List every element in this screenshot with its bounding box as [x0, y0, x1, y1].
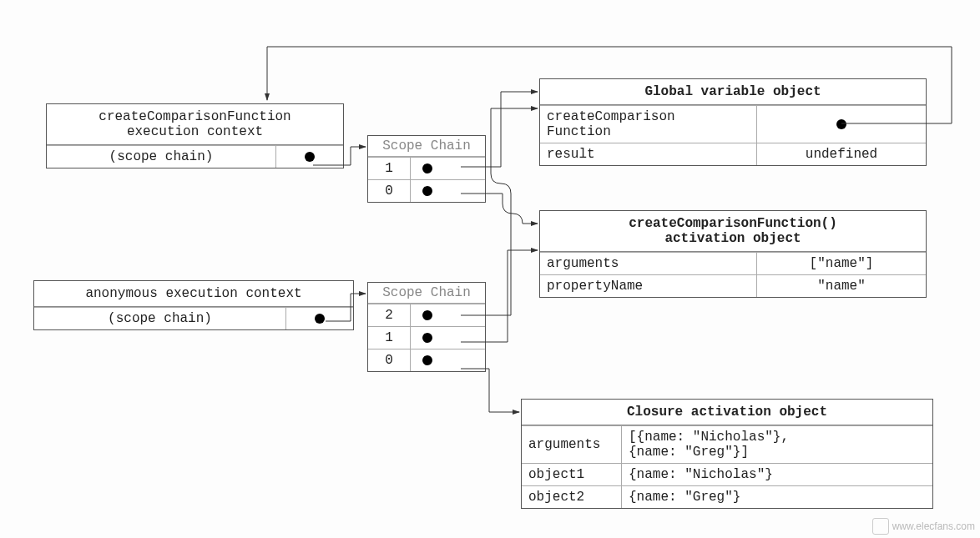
scope-chain-2: Scope Chain 2 1 0	[367, 282, 486, 372]
ao-title-l1: createComparisonFunction()	[543, 216, 922, 231]
scope-chain-1: Scope Chain 1 0	[367, 135, 486, 203]
pointer-dot	[422, 186, 432, 196]
pointer-dot	[422, 163, 432, 173]
exec-context-1: createComparisonFunction execution conte…	[46, 103, 344, 168]
pointer-dot	[315, 314, 325, 324]
closure-activation-object: Closure activation object arguments [{na…	[521, 399, 933, 509]
cao-title: Closure activation object	[522, 400, 932, 425]
cao-key-2: object2	[522, 486, 622, 508]
exec-context-2: anonymous execution context (scope chain…	[33, 280, 354, 330]
scope-chain-header: Scope Chain	[368, 136, 485, 157]
gvo-key-0b: Function	[547, 124, 750, 139]
pointer-dot	[422, 310, 432, 320]
sc1-idx-0: 0	[368, 180, 411, 202]
cao-key-1: object1	[522, 464, 622, 485]
cao-val-1: {name: "Nicholas"}	[622, 464, 932, 485]
cao-val-0b: {name: "Greg"}]	[629, 445, 926, 460]
gvo-key-0a: createComparison	[547, 109, 750, 124]
ao-val-0: ["name"]	[757, 253, 926, 274]
ao-title-l2: activation object	[543, 231, 922, 246]
ctx1-title-l1: createComparisonFunction	[50, 109, 340, 124]
sc1-idx-1: 1	[368, 158, 411, 179]
ctx1-title-l2: execution context	[50, 124, 340, 139]
watermark-text: www.elecfans.com	[892, 520, 975, 532]
gvo-title: Global variable object	[540, 79, 926, 105]
sc2-idx-2: 2	[368, 304, 411, 326]
cao-val-2: {name: "Greg"}	[622, 486, 932, 508]
pointer-dot	[422, 355, 432, 365]
pointer-dot	[422, 333, 432, 343]
sc2-idx-0: 0	[368, 349, 411, 371]
cao-key-0: arguments	[522, 426, 622, 463]
ao-val-1: "name"	[757, 275, 926, 297]
gvo-key-1: result	[540, 143, 757, 165]
ctx1-scope-label: (scope chain)	[47, 146, 276, 168]
global-variable-object: Global variable object createComparison …	[539, 78, 927, 166]
ctx2-title: anonymous execution context	[34, 281, 353, 307]
cao-val-0a: [{name: "Nicholas"},	[629, 430, 926, 445]
watermark: www.elecfans.com	[872, 518, 975, 535]
ctx2-scope-label: (scope chain)	[34, 308, 286, 329]
pointer-dot	[836, 119, 846, 129]
ao-title: createComparisonFunction() activation ob…	[540, 211, 926, 252]
ao-key-0: arguments	[540, 253, 757, 274]
ao-key-1: propertyName	[540, 275, 757, 297]
gvo-val-1: undefined	[757, 143, 926, 165]
pointer-dot	[305, 152, 315, 162]
scope-chain-header: Scope Chain	[368, 283, 485, 304]
sc2-idx-1: 1	[368, 327, 411, 349]
watermark-logo-icon	[872, 518, 889, 535]
ctx1-title: createComparisonFunction execution conte…	[47, 104, 343, 145]
activation-object: createComparisonFunction() activation ob…	[539, 210, 927, 298]
